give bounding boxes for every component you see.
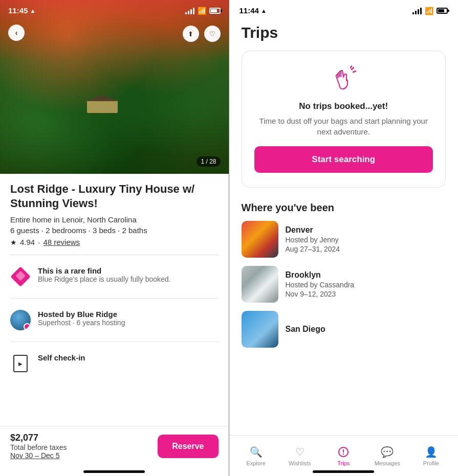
svg-line-0 bbox=[352, 67, 354, 70]
where-been-title: Where you've been bbox=[242, 202, 446, 214]
host-text: Hosted by Blue Ridge Superhost · 6 years… bbox=[38, 310, 125, 327]
home-indicator-right bbox=[313, 470, 374, 473]
reserve-button[interactable]: Reserve bbox=[158, 435, 218, 458]
signal-icon-left bbox=[185, 7, 194, 14]
right-panel: 11:44 ▲ 📶 Trips bbox=[229, 0, 459, 476]
messages-icon: 💬 bbox=[381, 446, 394, 458]
checkin-text: Self check-in bbox=[38, 353, 85, 362]
rare-find-title: This is a rare find bbox=[38, 266, 171, 275]
nav-profile-label: Profile bbox=[423, 460, 439, 466]
rare-find-text: This is a rare find Blue Ridge's place i… bbox=[38, 266, 171, 283]
wishlist-button[interactable]: ♡ bbox=[204, 26, 221, 42]
home-indicator-left bbox=[83, 470, 145, 473]
rare-find-subtitle: Blue Ridge's place is usually fully book… bbox=[38, 275, 171, 283]
trip-item-denver[interactable]: Denver Hosted by Jenny Aug 27–31, 2024 bbox=[242, 221, 446, 258]
host-avatar bbox=[10, 310, 31, 330]
checkin-row: Self check-in bbox=[10, 348, 219, 379]
page-title: Trips bbox=[242, 24, 446, 41]
profile-icon: 👤 bbox=[425, 446, 438, 458]
no-trips-title: No trips booked...yet! bbox=[299, 101, 388, 111]
airbnb-trips-icon bbox=[337, 446, 350, 458]
listing-title: Lost Ridge - Luxury Tiny House w/ Stunni… bbox=[10, 182, 219, 210]
price-label: Total before taxes bbox=[10, 443, 67, 451]
battery-icon-right bbox=[437, 8, 448, 14]
trip-info-brooklyn: Brooklyn Hosted by Cassandra Nov 9–12, 2… bbox=[286, 270, 355, 298]
host-avatar-container bbox=[10, 310, 31, 330]
reviews-link[interactable]: 48 reviews bbox=[43, 238, 80, 246]
trip-dates-denver: Aug 27–31, 2024 bbox=[286, 245, 340, 253]
host-name: Hosted by Blue Ridge bbox=[38, 310, 125, 319]
no-trips-subtitle: Time to dust off your bags and start pla… bbox=[254, 116, 433, 137]
trip-city-sandiego: San Diego bbox=[286, 325, 325, 334]
trip-info-sandiego: San Diego bbox=[286, 325, 325, 334]
right-status-bar: 11:44 ▲ 📶 bbox=[229, 0, 459, 19]
hero-image: 11:45 ▲ 📶 ‹ bbox=[0, 0, 229, 174]
host-subtitle: Superhost · 6 years hosting bbox=[38, 319, 125, 327]
nav-wishlists[interactable]: ♡ Wishlists bbox=[278, 446, 322, 466]
location-icon-right: ▲ bbox=[261, 8, 267, 14]
rating-value: 4.94 bbox=[20, 238, 35, 246]
nav-trips-label: Trips bbox=[337, 460, 350, 466]
price-dates[interactable]: Nov 30 – Dec 5 bbox=[10, 451, 67, 460]
nav-explore[interactable]: 🔍 Explore bbox=[234, 446, 278, 466]
nav-messages-label: Messages bbox=[375, 460, 400, 466]
trip-host-denver: Hosted by Jenny bbox=[286, 236, 340, 244]
explore-icon: 🔍 bbox=[250, 446, 263, 458]
trip-dates-brooklyn: Nov 9–12, 2023 bbox=[286, 290, 355, 298]
trip-city-brooklyn: Brooklyn bbox=[286, 270, 355, 280]
nav-trips[interactable]: Trips bbox=[322, 446, 366, 466]
divider-3 bbox=[10, 342, 219, 342]
start-searching-button[interactable]: Start searching bbox=[254, 146, 433, 173]
house-illustration bbox=[87, 100, 118, 113]
battery-icon-left bbox=[209, 8, 221, 14]
right-main: Trips No trips booked...yet! Time to dus… bbox=[229, 19, 459, 435]
checkin-icon bbox=[13, 355, 28, 372]
share-button[interactable]: ⬆ bbox=[183, 26, 199, 42]
image-counter: 1 / 28 bbox=[197, 156, 220, 167]
checkin-icon-container bbox=[10, 353, 31, 374]
wishlists-icon: ♡ bbox=[295, 446, 304, 458]
divider-2 bbox=[10, 298, 219, 299]
wifi-icon-left: 📶 bbox=[198, 7, 206, 15]
bottom-nav: 🔍 Explore ♡ Wishlists Trips 💬 Messages 👤… bbox=[229, 435, 459, 476]
nav-wishlists-label: Wishlists bbox=[289, 460, 311, 466]
price-section: $2,077 Total before taxes Nov 30 – Dec 5 bbox=[10, 433, 67, 460]
hero-actions: ⬆ ♡ bbox=[183, 26, 221, 42]
nav-explore-label: Explore bbox=[247, 460, 266, 466]
hand-wave-icon bbox=[329, 65, 358, 94]
share-icon: ⬆ bbox=[188, 30, 193, 38]
diamond-icon bbox=[10, 266, 31, 287]
nav-profile[interactable]: 👤 Profile bbox=[409, 446, 453, 466]
listing-details: 6 guests · 2 bedrooms · 3 beds · 2 baths bbox=[10, 226, 219, 235]
right-status-icons: 📶 bbox=[412, 7, 448, 15]
trip-host-brooklyn: Hosted by Cassandra bbox=[286, 281, 355, 289]
listing-footer: $2,077 Total before taxes Nov 30 – Dec 5… bbox=[0, 426, 229, 466]
host-row: Hosted by Blue Ridge Superhost · 6 years… bbox=[10, 305, 219, 335]
status-icons-left: 📶 bbox=[185, 7, 221, 15]
hero-overlay: 11:45 ▲ 📶 bbox=[0, 0, 229, 21]
trip-thumb-sandiego bbox=[242, 311, 278, 348]
svg-line-2 bbox=[351, 66, 352, 68]
rare-find-row: This is a rare find Blue Ridge's place i… bbox=[10, 261, 219, 292]
trip-item-brooklyn[interactable]: Brooklyn Hosted by Cassandra Nov 9–12, 2… bbox=[242, 266, 446, 303]
left-panel: 11:45 ▲ 📶 ‹ bbox=[0, 0, 229, 476]
listing-rating: ★ 4.94 · 48 reviews bbox=[10, 238, 219, 246]
location-icon-left: ▲ bbox=[30, 8, 35, 14]
superhost-badge bbox=[24, 323, 31, 330]
star-icon: ★ bbox=[10, 238, 17, 246]
status-time-left: 11:45 bbox=[8, 6, 28, 15]
nav-messages[interactable]: 💬 Messages bbox=[365, 446, 409, 466]
heart-icon: ♡ bbox=[209, 30, 215, 38]
divider-1 bbox=[10, 255, 219, 255]
trip-city-denver: Denver bbox=[286, 225, 340, 235]
checkin-label: Self check-in bbox=[38, 353, 85, 362]
status-time-right: 11:44 ▲ bbox=[239, 6, 267, 15]
back-button[interactable]: ‹ bbox=[8, 25, 25, 41]
trip-item-sandiego[interactable]: San Diego bbox=[242, 311, 446, 348]
listing-type: Entire home in Lenoir, North Carolina bbox=[10, 215, 219, 224]
where-been-section: Where you've been Denver Hosted by Jenny… bbox=[242, 202, 446, 348]
signal-icon-right bbox=[412, 7, 422, 14]
trip-info-denver: Denver Hosted by Jenny Aug 27–31, 2024 bbox=[286, 225, 340, 253]
wifi-icon-right: 📶 bbox=[425, 7, 433, 15]
price-amount: $2,077 bbox=[10, 433, 67, 443]
